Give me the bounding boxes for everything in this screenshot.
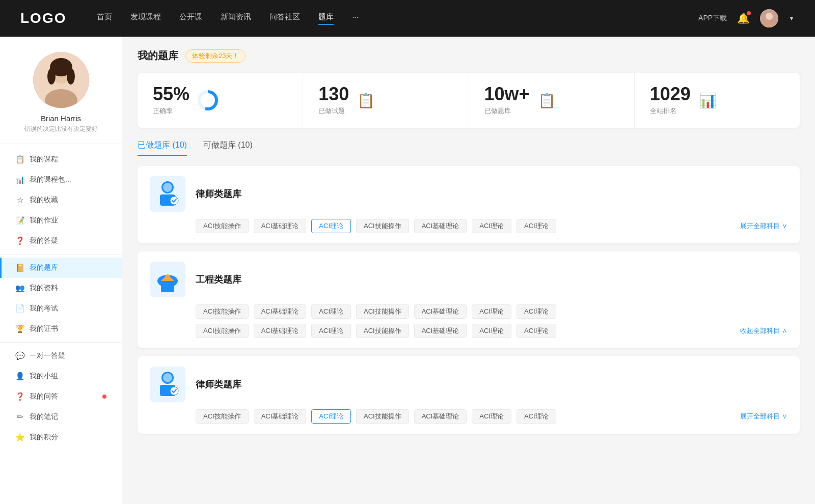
sidebar-item-materials[interactable]: 👥 我的资料: [0, 278, 122, 298]
avatar-dropdown-arrow[interactable]: ▼: [789, 15, 795, 22]
qbank-2-tag-r2-5[interactable]: ACI理论: [472, 324, 511, 338]
qbank-2-collapse-link[interactable]: 收起全部科目 ∧: [740, 326, 787, 335]
sidebar-item-certificate[interactable]: 🏆 我的证书: [0, 319, 122, 339]
nav-home[interactable]: 首页: [97, 12, 112, 25]
stat-ranking-icon-area: 📊: [699, 92, 717, 109]
sidebar-item-my-qa[interactable]: ❓ 我的问答: [0, 386, 122, 407]
nav-questionbank[interactable]: 题库: [318, 12, 334, 25]
certificate-icon: 🏆: [15, 324, 24, 333]
sidebar-avatar-face: [33, 52, 89, 108]
qbank-card-2: 工程类题库 ACI技能操作 ACI基础理论 ACI理论 ACI技能操作 ACI基…: [138, 251, 800, 348]
stat-done-questions-label: 已做试题: [318, 106, 349, 116]
tab-done-banks[interactable]: 已做题库 (10): [138, 140, 187, 156]
qbank-2-tag-r2-2[interactable]: ACI理论: [311, 324, 351, 338]
qbank-2-tag-r2-4[interactable]: ACI基础理论: [414, 324, 467, 338]
nav-news[interactable]: 新闻资讯: [221, 12, 251, 25]
sidebar-item-qa[interactable]: ❓ 我的答疑: [0, 231, 122, 251]
sidebar-label-points: 我的积分: [30, 433, 106, 442]
qbank-1-title: 律师类题库: [196, 188, 241, 200]
qbank-1-tag-0[interactable]: ACI技能操作: [196, 219, 249, 233]
qbank-card-3: 律师类题库 ACI技能操作 ACI基础理论 ACI理论 ACI技能操作 ACI基…: [138, 356, 800, 434]
sidebar-item-exam[interactable]: 📄 我的考试: [0, 298, 122, 319]
qbank-3-tag-5[interactable]: ACI理论: [472, 409, 511, 424]
nav-opencourse[interactable]: 公开课: [179, 12, 202, 25]
sidebar-item-notes[interactable]: ✏ 我的笔记: [0, 407, 122, 427]
sidebar-item-course-pkg[interactable]: 📊 我的课程包...: [0, 170, 122, 190]
qbank-3-expand-link[interactable]: 展开全部科目 ∨: [740, 412, 787, 421]
sidebar-profile: Brian Harris 错误的决定比没有决定要好: [0, 52, 122, 144]
qbank-2-tag-0[interactable]: ACI技能操作: [196, 304, 249, 319]
sidebar: Brian Harris 错误的决定比没有决定要好 📋 我的课程 📊 我的课程包…: [0, 37, 122, 504]
qbank-2-tag-r2-3[interactable]: ACI技能操作: [356, 324, 409, 338]
qbank-2-tag-4[interactable]: ACI基础理论: [414, 304, 467, 319]
qbank-2-icon-wrap: [150, 262, 185, 297]
qa-badge: [102, 395, 106, 399]
stat-accuracy-text: 55% 正确率: [153, 85, 189, 116]
ranking-icon: 📊: [699, 92, 717, 109]
qbank-1-tag-2[interactable]: ACI理论: [311, 219, 351, 233]
favorites-icon: ☆: [15, 195, 24, 205]
tab-available-banks[interactable]: 可做题库 (10): [203, 140, 253, 156]
qbank-2-tag-2[interactable]: ACI理论: [311, 304, 351, 319]
nav-qa[interactable]: 问答社区: [269, 12, 300, 25]
lawyer-icon: [155, 180, 180, 208]
sidebar-item-points[interactable]: ⭐ 我的积分: [0, 427, 122, 447]
svg-point-15: [165, 274, 170, 279]
sidebar-item-favorites[interactable]: ☆ 我的收藏: [0, 190, 122, 210]
sidebar-label-homework: 我的作业: [30, 216, 106, 225]
qbank-1-tag-6[interactable]: ACI理论: [517, 219, 556, 233]
stat-accuracy-label: 正确率: [153, 106, 189, 116]
sidebar-item-homework[interactable]: 📝 我的作业: [0, 210, 122, 231]
sidebar-item-question-bank[interactable]: 📔 我的题库: [0, 258, 122, 278]
stats-row: 55% 正确率 130 已做试题 📋: [138, 73, 800, 128]
stat-accuracy-icon-area: [198, 90, 218, 110]
main-content: 我的题库 体验剩余23天！ 55% 正确率 130 已做试题: [122, 37, 815, 504]
qbank-3-tag-2[interactable]: ACI理论: [311, 409, 351, 424]
qbank-2-tag-r2-0[interactable]: ACI技能操作: [196, 324, 249, 338]
qbank-1-tag-1[interactable]: ACI基础理论: [254, 219, 307, 233]
qbank-1-tag-3[interactable]: ACI技能操作: [356, 219, 409, 233]
qbank-2-tag-r2-6[interactable]: ACI理论: [517, 324, 556, 338]
qbank-2-tags-container: ACI技能操作 ACI基础理论 ACI理论 ACI技能操作 ACI基础理论 AC…: [150, 304, 787, 319]
qbank-2-tag-1[interactable]: ACI基础理论: [254, 304, 307, 319]
qbank-3-tag-3[interactable]: ACI技能操作: [356, 409, 409, 424]
1on1-icon: 💬: [15, 351, 24, 360]
nav-discover[interactable]: 发现课程: [130, 12, 161, 25]
qbank-card-1: 律师类题库 ACI技能操作 ACI基础理论 ACI理论 ACI技能操作 ACI基…: [138, 166, 800, 243]
qbank-3-title: 律师类题库: [196, 378, 241, 390]
sidebar-item-group[interactable]: 👤 我的小组: [0, 366, 122, 386]
materials-icon: 👥: [15, 284, 24, 293]
banks-icon: 📋: [538, 92, 556, 109]
qbank-1-tag-4[interactable]: ACI基础理论: [414, 219, 467, 233]
nav-more[interactable]: ···: [352, 12, 359, 25]
sidebar-label-qa: 我的答疑: [30, 236, 106, 245]
sidebar-item-my-course[interactable]: 📋 我的课程: [0, 149, 122, 170]
stat-ranking-text: 1029 全站排名: [650, 85, 691, 116]
stat-ranking-value: 1029: [650, 85, 691, 103]
exam-icon: 📄: [15, 304, 24, 313]
stat-accuracy-value: 55%: [153, 85, 189, 103]
qbank-2-tag-r2-1[interactable]: ACI基础理论: [254, 324, 307, 338]
svg-point-8: [67, 68, 75, 85]
qbank-2-tag-3[interactable]: ACI技能操作: [356, 304, 409, 319]
qbank-1-expand-link[interactable]: 展开全部科目 ∨: [740, 221, 787, 231]
page-title: 我的题库: [138, 49, 178, 63]
sidebar-label-notes: 我的笔记: [30, 412, 106, 422]
sidebar-label-course-pkg: 我的课程包...: [30, 175, 106, 184]
qbank-1-tag-5[interactable]: ACI理论: [472, 219, 511, 233]
avatar[interactable]: [760, 9, 778, 27]
stat-questions-icon-area: 📋: [357, 92, 375, 109]
qbank-3-tag-6[interactable]: ACI理论: [517, 409, 556, 424]
app-download-link[interactable]: APP下载: [698, 14, 727, 23]
notification-bell[interactable]: 🔔: [737, 12, 750, 24]
qbank-2-tag-6[interactable]: ACI理论: [517, 304, 556, 319]
stat-banks-icon-area: 📋: [538, 92, 556, 109]
sidebar-label-qbank: 我的题库: [30, 263, 106, 272]
profile-avatar-svg: [33, 52, 89, 108]
qbank-3-tag-1[interactable]: ACI基础理论: [254, 409, 307, 424]
qbank-3-tag-0[interactable]: ACI技能操作: [196, 409, 249, 424]
qbank-2-tag-5[interactable]: ACI理论: [472, 304, 511, 319]
qbank-card-3-header: 律师类题库: [150, 367, 787, 402]
qbank-3-tag-4[interactable]: ACI基础理论: [414, 409, 467, 424]
sidebar-item-1on1[interactable]: 💬 一对一答疑: [0, 346, 122, 366]
